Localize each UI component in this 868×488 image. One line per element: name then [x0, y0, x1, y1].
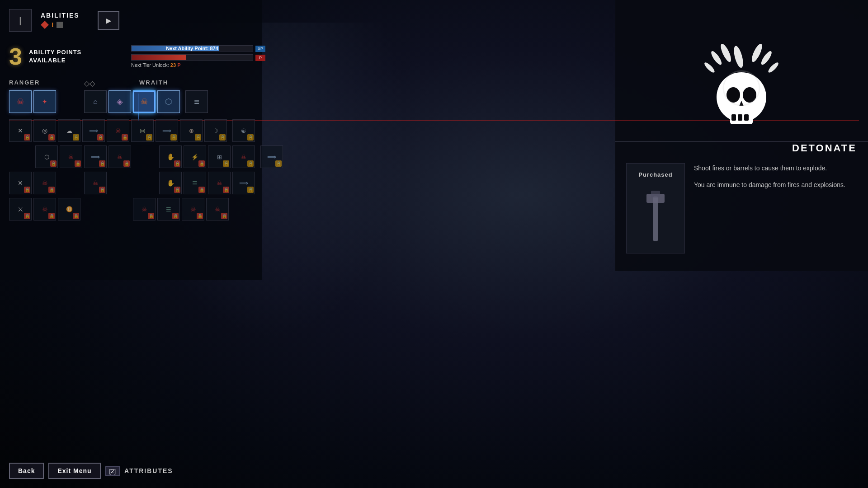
lock-badge: 🔒: [198, 187, 205, 193]
lock-badge: 🔒: [223, 187, 229, 193]
ability-points-section: 3 ABILITY POINTS AVAILABLE: [9, 43, 81, 70]
skill-btn-w3-4[interactable]: ☠ 🔒: [232, 145, 255, 168]
exit-menu-button[interactable]: Exit Menu: [48, 463, 100, 479]
skill-btn-r3-1[interactable]: ⬡ 🔒: [35, 145, 58, 168]
svg-rect-11: [731, 114, 736, 121]
ability-desc-1: Shoot fires or barrels to cause them to …: [694, 163, 857, 173]
skill-btn-r3-4[interactable]: ☠ 🔒: [108, 145, 131, 168]
skill-btn-w1-4[interactable]: ⬡: [157, 90, 180, 113]
skill-btn-w2-4[interactable]: ☽ 🔒: [204, 119, 227, 142]
top-bar: | ABILITIES ! ▶: [9, 9, 119, 32]
lock-badge: 🔒: [174, 187, 180, 193]
lock-badge: 🔒: [174, 160, 180, 167]
ap-bar-bg: Next Ability Point: 874 XP: [131, 45, 253, 52]
skill-btn-r1-2[interactable]: ✦: [33, 90, 56, 113]
attr-key: [2]: [105, 466, 120, 476]
skill-btn-r2-1[interactable]: ✕ 🔒: [9, 119, 32, 142]
svg-rect-13: [744, 114, 749, 121]
back-button[interactable]: Back: [9, 463, 44, 479]
skill-btn-r5-2[interactable]: ☠ 🔒: [33, 198, 56, 221]
skill-btn-r2-2[interactable]: ◎ 🔒: [33, 119, 56, 142]
skill-row-3: ⬡ 🔒 ☠ 🔒 ⟹ 🔒 ☠ 🔒 ✋ 🔒 ⚡ 🔒 ⊞ 🔒 ☠: [9, 145, 283, 168]
forward-arrow: ▶: [106, 16, 111, 25]
skill-btn-w5-1[interactable]: ☠ 🔒: [133, 198, 156, 221]
lock-badge-gold: 🔒: [223, 160, 229, 167]
svg-point-0: [732, 45, 745, 69]
skill-btn-w4-4[interactable]: ⟹ 🔒: [232, 172, 255, 194]
lock-badge: 🔒: [99, 160, 105, 167]
skill-btn-r2-4[interactable]: ⟹ 🔒: [82, 119, 105, 142]
lock-badge: 🔒: [50, 160, 57, 167]
skill-icon: ☠: [115, 127, 121, 134]
skill-btn-w4-1[interactable]: ✋ 🔒: [159, 172, 182, 194]
skill-icon: ≡: [194, 97, 199, 107]
panel-divider: [615, 141, 868, 142]
skill-btn-r4-3[interactable]: ☠ 🔒: [84, 172, 107, 194]
ability-desc-2: You are immune to damage from fires and …: [694, 180, 857, 190]
lock-badge-gold: 🔒: [170, 134, 177, 141]
skill-btn-r2-5[interactable]: ☠ 🔒: [107, 119, 129, 142]
lock-badge: 🔒: [99, 187, 105, 193]
skill-btn-r3-2[interactable]: ☠ 🔒: [60, 145, 82, 168]
skill-btn-r4-2[interactable]: ☠ 🔒: [33, 172, 56, 194]
skill-icon: ☠: [42, 179, 48, 187]
skill-btn-r3-3[interactable]: ⟹ 🔒: [84, 145, 107, 168]
lock-badge-gold: 🔒: [219, 134, 226, 141]
skill-btn-r4-1[interactable]: ✕ 🔒: [9, 172, 32, 194]
skill-btn-r2-3[interactable]: ☁ 🔒: [58, 119, 80, 142]
ability-text: Shoot fires or barrels to cause them to …: [694, 163, 857, 197]
tier-badge: P: [255, 55, 265, 61]
lock-badge: 🔒: [73, 213, 79, 219]
skill-icon: ☁: [66, 127, 72, 134]
skill-icon: ⟹: [239, 179, 248, 187]
lock-badge: 🔒: [148, 213, 154, 219]
skill-btn-w5-2[interactable]: ☰ 🔒: [157, 198, 180, 221]
skill-btn-w3-3[interactable]: ⊞ 🔒: [208, 145, 231, 168]
skill-btn-w3-2[interactable]: ⚡ 🔒: [184, 145, 206, 168]
skill-btn-w1-2[interactable]: ◈: [108, 90, 131, 113]
skill-btn-w2-5[interactable]: ☯ 🔒: [232, 119, 255, 142]
skill-btn-w4-2[interactable]: ☰ 🔒: [184, 172, 206, 194]
lock-badge-gold: 🔒: [73, 134, 79, 141]
ap-label: ABILITY POINTS: [29, 48, 81, 56]
skill-icon: ⟹: [267, 153, 276, 160]
skill-btn-w2-1[interactable]: ⋈ 🔒: [131, 119, 154, 142]
skill-icon: ☠: [241, 154, 246, 160]
lock-badge: 🔒: [24, 213, 30, 219]
weapon-icon-svg: [637, 183, 674, 246]
exclaim-icon: !: [52, 21, 54, 28]
svg-point-4: [760, 50, 773, 66]
skill-row-4: ✕ 🔒 ☠ 🔒 ☠ 🔒 ✋ 🔒 ☰ 🔒 ☠ 🔒 ⟹ 🔒: [9, 172, 255, 194]
skill-btn-w1-3[interactable]: ☠: [133, 90, 156, 113]
lock-badge-gold: 🔒: [146, 134, 152, 141]
skill-btn-w4-3[interactable]: ☠ 🔒: [208, 172, 231, 194]
ability-content: Purchased Shoot fires or barrels to caus…: [626, 163, 857, 253]
skill-btn-r5-1[interactable]: ⚔ 🔒: [9, 198, 32, 221]
skill-btn-w2-3[interactable]: ⊕ 🔒: [180, 119, 203, 142]
skull-flame-icon: [696, 43, 787, 133]
skill-icon: ☰: [166, 206, 171, 213]
skill-btn-w1-1[interactable]: ⌂: [84, 90, 107, 113]
skill-btn-w3-5[interactable]: ⟹ 🔒: [260, 145, 283, 168]
skill-btn-r1-1[interactable]: ☠: [9, 90, 32, 113]
skill-icon: ☠: [93, 179, 99, 187]
svg-point-1: [719, 43, 733, 63]
ability-name: DETONATE: [626, 142, 857, 154]
skill-btn-w2-2[interactable]: ⟹ 🔒: [156, 119, 178, 142]
skill-btn-w5-4[interactable]: ☠ 🔒: [206, 198, 229, 221]
ap-number: 3: [9, 43, 22, 70]
purchased-label: Purchased: [638, 171, 672, 178]
skill-icon: ⟹: [162, 127, 171, 134]
skill-btn-w1-5[interactable]: ≡: [185, 90, 208, 113]
lock-badge-gold: 🔒: [247, 160, 254, 167]
svg-point-5: [703, 61, 716, 74]
svg-point-6: [767, 61, 779, 74]
skill-icon: ☰: [192, 180, 198, 187]
ranger-label: RANGER: [9, 79, 40, 88]
skill-btn-w3-1[interactable]: ✋ 🔒: [159, 145, 182, 168]
skill-btn-w5-3[interactable]: ☠ 🔒: [182, 198, 204, 221]
skill-btn-r5-3[interactable]: ♊ 🔒: [58, 198, 80, 221]
diamond-divider: ◇◇: [84, 79, 95, 88]
skill-icon: ☠: [17, 97, 24, 107]
forward-button[interactable]: ▶: [98, 11, 119, 30]
